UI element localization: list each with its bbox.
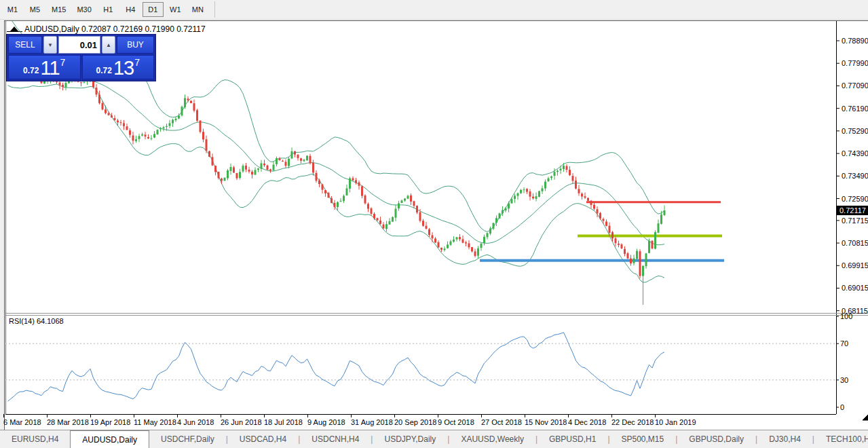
buy-price-button[interactable]: 0.72137 bbox=[82, 55, 155, 79]
timeframe-button-m5[interactable]: M5 bbox=[24, 2, 45, 17]
chart-title: AUDUSD,Daily 0.72087 0.72169 0.71990 0.7… bbox=[24, 24, 206, 34]
buy-price-sup: 7 bbox=[134, 57, 140, 68]
tab-audusd-daily[interactable]: AUDUSD,Daily bbox=[70, 430, 149, 448]
sell-button[interactable]: SELL bbox=[8, 36, 42, 54]
tab-usdjpy-daily[interactable]: USDJPY,Daily bbox=[373, 430, 447, 448]
sell-price-button[interactable]: 0.72117 bbox=[8, 55, 81, 79]
tab-gbpusd-h1[interactable]: GBPUSD,H1 bbox=[537, 430, 607, 448]
timeframe-button-m15[interactable]: M15 bbox=[47, 2, 71, 17]
buy-price-prefix: 0.72 bbox=[96, 66, 112, 75]
tab-tech100-h1[interactable]: TECH100,H1 bbox=[814, 430, 868, 448]
tab-gbpusd-daily[interactable]: GBPUSD,Daily bbox=[677, 430, 755, 448]
trade-panel-top-row: SELL ▼ ▲ BUY bbox=[8, 36, 154, 54]
arrow-down-icon: ▼ bbox=[48, 42, 53, 48]
timeframe-button-m30[interactable]: M30 bbox=[72, 2, 96, 17]
timeframe-toolbar: M1M5M15M30H1H4D1W1MN bbox=[0, 0, 868, 20]
timeframe-button-m1[interactable]: M1 bbox=[2, 2, 23, 17]
timeframe-button-w1[interactable]: W1 bbox=[165, 2, 186, 17]
chart-window bbox=[4, 20, 868, 430]
rsi-indicator-label: RSI(14) 64.1068 bbox=[9, 317, 64, 325]
tab-xauusd-weekly[interactable]: XAUUSD,Weekly bbox=[449, 430, 535, 448]
sell-price-prefix: 0.72 bbox=[23, 66, 39, 75]
buy-price-big: 13 bbox=[113, 57, 134, 79]
tab-eurusd-h4[interactable]: EURUSD,H4 bbox=[0, 430, 70, 448]
sell-price-big: 11 bbox=[40, 57, 59, 79]
volume-input[interactable] bbox=[58, 36, 100, 54]
arrow-up-icon: ▲ bbox=[106, 42, 111, 48]
tab-usdcad-h4[interactable]: USDCAD,H4 bbox=[228, 430, 298, 448]
timeframe-button-d1[interactable]: D1 bbox=[143, 2, 164, 17]
trade-panel-price-row: 0.72117 0.72137 bbox=[8, 55, 154, 79]
buy-button[interactable]: BUY bbox=[117, 36, 154, 54]
timeframe-button-mn[interactable]: MN bbox=[187, 2, 208, 17]
timeframe-button-h4[interactable]: H4 bbox=[120, 2, 141, 17]
volume-increase-button[interactable]: ▲ bbox=[102, 36, 115, 54]
toolbar-separator bbox=[214, 1, 215, 18]
chart-tabs-bar: EURUSD,H4AUDUSD,DailyUSDCHF,Daily|USDCAD… bbox=[0, 430, 868, 448]
tab-dj30-h4[interactable]: DJ30,H4 bbox=[757, 430, 812, 448]
sell-price-sup: 7 bbox=[60, 57, 66, 68]
tab-usdcnh-h4[interactable]: USDCNH,H4 bbox=[300, 430, 371, 448]
one-click-trading-panel: SELL ▼ ▲ BUY 0.72117 0.72137 bbox=[6, 34, 156, 81]
volume-decrease-button[interactable]: ▼ bbox=[43, 36, 57, 54]
timeframe-button-h1[interactable]: H1 bbox=[98, 2, 119, 17]
tab-usdchf-daily[interactable]: USDCHF,Daily bbox=[149, 430, 226, 448]
tab-sp500-m15[interactable]: SP500,M15 bbox=[610, 430, 676, 448]
